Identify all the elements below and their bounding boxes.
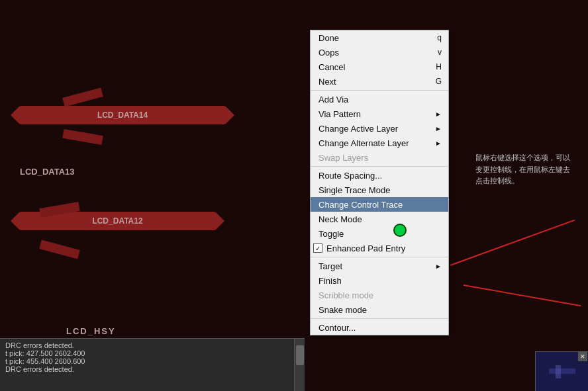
- menu-item-contour-label: Contour...: [318, 323, 356, 333]
- menu-item-swap-layers[interactable]: Swap Layers: [311, 150, 448, 165]
- menu-item-via-pattern[interactable]: Via Pattern ►: [311, 107, 448, 121]
- status-line-4: DRC errors detected.: [5, 365, 299, 373]
- menu-item-finish[interactable]: Finish: [311, 273, 448, 288]
- trace-lcd-data13: LCD_DATA13: [20, 165, 152, 185]
- menu-item-oops[interactable]: Oops v: [311, 45, 448, 60]
- menu-item-add-via[interactable]: Add Via: [311, 92, 448, 107]
- menu-item-oops-shortcut: v: [438, 48, 442, 57]
- trace-lcd-data14: LCD_DATA14: [20, 106, 305, 132]
- menu-item-next-shortcut: G: [436, 77, 442, 86]
- menu-item-target-label: Target: [318, 261, 342, 271]
- menu-item-change-control-trace-label: Change Control Trace: [318, 200, 403, 210]
- menu-item-contour[interactable]: Contour...: [311, 320, 448, 335]
- menu-item-done-shortcut: q: [437, 33, 442, 42]
- menu-item-enhanced-pad-entry[interactable]: ✓ Enhanced Pad Entry: [311, 241, 448, 255]
- menu-item-route-spacing-label: Route Spacing...: [318, 171, 382, 181]
- menu-item-oops-label: Oops: [318, 48, 339, 58]
- trace-label-lcd-data14: LCD_DATA14: [97, 110, 148, 120]
- mini-map-close-button[interactable]: ✕: [578, 352, 587, 361]
- trace-label-lcd-data12: LCD_DATA12: [92, 216, 142, 226]
- status-scrollbar-thumb[interactable]: [296, 345, 304, 365]
- menu-item-cancel[interactable]: Cancel H: [311, 60, 448, 74]
- context-menu: Done q Oops v Cancel H Next G Add Via Vi…: [310, 30, 449, 335]
- menu-item-single-trace-mode-label: Single Trace Mode: [318, 185, 390, 195]
- menu-item-snake-mode[interactable]: Snake mode: [311, 302, 448, 317]
- cursor-circle: [393, 224, 407, 237]
- menu-item-done[interactable]: Done q: [311, 30, 448, 45]
- menu-item-single-trace-mode[interactable]: Single Trace Mode: [311, 183, 448, 197]
- trace-label-lcd-data13: LCD_DATA13: [20, 167, 75, 177]
- menu-item-snake-mode-label: Snake mode: [318, 305, 367, 315]
- menu-item-neck-mode-label: Neck Mode: [318, 214, 362, 224]
- menu-item-change-active-layer-label: Change Active Layer: [318, 124, 398, 134]
- status-scrollbar[interactable]: [294, 339, 305, 391]
- menu-item-change-control-trace[interactable]: Change Control Trace: [311, 197, 448, 212]
- menu-item-change-active-layer[interactable]: Change Active Layer ►: [311, 121, 448, 136]
- via-pattern-arrow-icon: ►: [435, 110, 442, 118]
- menu-item-neck-mode[interactable]: Neck Mode: [311, 212, 448, 226]
- trace-label-lcd-hsy: LCD_HSY: [66, 326, 116, 336]
- status-bar: DRC errors detected. t pick: 427.500 260…: [0, 338, 305, 391]
- menu-item-enhanced-pad-entry-label: Enhanced Pad Entry: [326, 243, 405, 253]
- status-line-3: t pick: 455.400 2600.600: [5, 357, 299, 365]
- separator-4: [311, 318, 448, 319]
- menu-item-swap-layers-label: Swap Layers: [318, 153, 368, 163]
- menu-item-next-label: Next: [318, 77, 336, 87]
- menu-item-finish-label: Finish: [318, 276, 342, 286]
- menu-item-next[interactable]: Next G: [311, 74, 448, 89]
- menu-item-add-via-label: Add Via: [318, 95, 348, 105]
- menu-item-change-alternate-layer[interactable]: Change Alternate Layer ►: [311, 136, 448, 150]
- menu-item-change-alternate-layer-label: Change Alternate Layer: [318, 138, 409, 148]
- annotation-text: 鼠标右键选择这个选项，可以变更控制线，在用鼠标左键去点击控制线。: [475, 152, 575, 187]
- change-alternate-layer-arrow-icon: ►: [435, 140, 442, 147]
- menu-item-via-pattern-label: Via Pattern: [318, 109, 361, 119]
- target-arrow-icon: ►: [435, 263, 442, 270]
- menu-item-toggle-label: Toggle: [318, 229, 344, 239]
- menu-item-cancel-shortcut: H: [436, 62, 442, 71]
- menu-item-done-label: Done: [318, 33, 339, 43]
- trace-lcd-data12: LCD_DATA12: [20, 212, 305, 238]
- menu-item-route-spacing[interactable]: Route Spacing...: [311, 168, 448, 183]
- svg-rect-1: [549, 369, 575, 374]
- menu-item-scribble-mode-label: Scribble mode: [318, 290, 373, 300]
- menu-item-scribble-mode[interactable]: Scribble mode: [311, 288, 448, 302]
- menu-item-toggle[interactable]: Toggle: [311, 226, 448, 241]
- menu-item-target[interactable]: Target ►: [311, 259, 448, 273]
- enhanced-pad-entry-checkbox[interactable]: ✓: [313, 243, 322, 253]
- separator-3: [311, 257, 448, 257]
- menu-item-cancel-label: Cancel: [318, 62, 345, 72]
- separator-1: [311, 90, 448, 91]
- status-line-1: DRC errors detected.: [5, 341, 299, 349]
- separator-2: [311, 166, 448, 167]
- change-active-layer-arrow-icon: ►: [435, 125, 442, 132]
- status-line-2: t pick: 427.500 2602.400: [5, 349, 299, 357]
- mini-map: ✕: [535, 351, 588, 391]
- svg-rect-2: [556, 365, 561, 378]
